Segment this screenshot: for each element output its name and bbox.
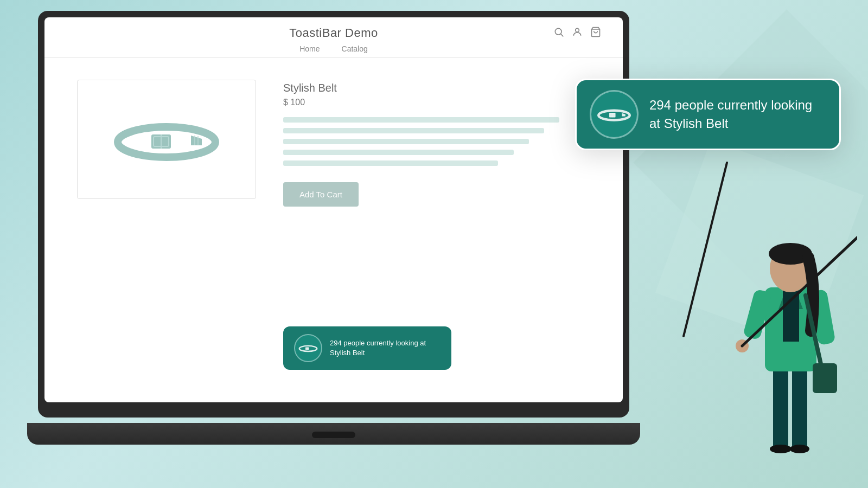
description-line-5	[283, 160, 498, 166]
person-illustration	[722, 179, 857, 472]
laptop-screen-outer: ToastiBar Demo	[38, 11, 629, 418]
cart-icon[interactable]	[590, 27, 601, 40]
product-price: $ 100	[283, 98, 590, 107]
svg-point-2	[576, 28, 579, 32]
nav-home[interactable]: Home	[299, 44, 320, 53]
laptop: ToastiBar Demo	[38, 11, 629, 445]
search-icon[interactable]	[553, 27, 564, 40]
product-description-lines	[283, 117, 590, 166]
svg-rect-19	[773, 363, 788, 450]
zoomed-tooltip: 294 people currently looking at Stylish …	[575, 79, 841, 150]
store-title: ToastiBar Demo	[289, 26, 378, 40]
product-area: Stylish Belt $ 100 Add To Cart	[44, 58, 623, 228]
svg-line-1	[561, 34, 564, 36]
belt-image	[112, 112, 221, 166]
product-name: Stylish Belt	[283, 82, 590, 94]
store-nav: Home Catalog	[299, 44, 368, 53]
toast-notification: 294 people currently looking at Stylish …	[283, 326, 451, 370]
product-details: Stylish Belt $ 100 Add To Cart	[283, 80, 590, 207]
zoomed-tooltip-inner: 294 people currently looking at Stylish …	[575, 79, 841, 150]
product-image-box	[77, 80, 256, 199]
store-header-top: ToastiBar Demo	[66, 26, 601, 40]
user-icon[interactable]	[572, 27, 583, 40]
laptop-notch	[312, 432, 355, 438]
zoomed-avatar	[590, 90, 639, 139]
svg-point-22	[790, 445, 809, 453]
description-line-4	[283, 150, 514, 155]
zoomed-tooltip-text: 294 people currently looking at Stylish …	[649, 96, 812, 132]
laptop-base	[27, 423, 640, 445]
toast-avatar	[294, 334, 322, 362]
svg-point-0	[555, 28, 561, 35]
add-to-cart-button[interactable]: Add To Cart	[283, 182, 359, 207]
svg-point-21	[770, 445, 792, 453]
store-header: ToastiBar Demo	[44, 17, 623, 58]
toast-text: 294 people currently looking at Stylish …	[330, 338, 441, 358]
svg-rect-20	[792, 363, 807, 450]
laptop-screen-inner: ToastiBar Demo	[44, 17, 623, 402]
description-line-3	[283, 139, 529, 144]
nav-catalog[interactable]: Catalog	[342, 44, 368, 53]
description-line-2	[283, 128, 544, 133]
svg-rect-34	[813, 363, 837, 393]
description-line-1	[283, 117, 559, 123]
store-icons	[553, 27, 601, 40]
